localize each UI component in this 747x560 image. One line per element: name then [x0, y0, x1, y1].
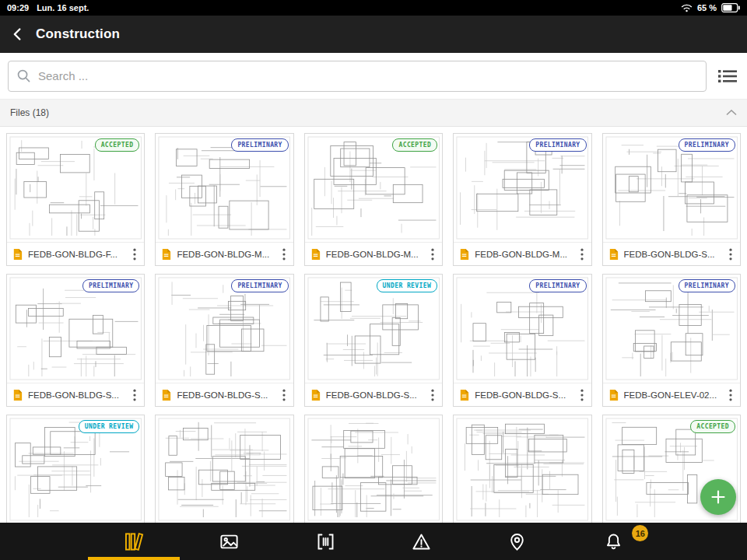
add-file-fab[interactable]	[700, 479, 736, 515]
back-button[interactable]	[0, 16, 36, 53]
file-card-footer: FEDB-GON-ELEV-02...	[603, 383, 740, 406]
file-card[interactable]: PRELIMINARY FEDB-GON-BLDG-S...	[453, 274, 591, 407]
clock: 09:29	[7, 3, 29, 12]
file-card-footer: FEDB-GON-BLDG-S...	[454, 383, 591, 406]
page-title: Construction	[36, 26, 120, 42]
kebab-menu-icon[interactable]	[130, 248, 139, 261]
file-card-footer: FEDB-GON-BLDG-M...	[454, 242, 591, 265]
file-thumbnail[interactable]: PRELIMINARY	[156, 134, 293, 242]
tab-locations[interactable]	[469, 523, 565, 560]
file-thumbnail[interactable]: PRELIMINARY	[156, 275, 293, 383]
chevron-left-icon	[8, 24, 28, 44]
file-name: FEDB-GON-BLDG-S...	[326, 390, 423, 400]
file-card-footer: FEDB-GON-BLDG-F...	[7, 242, 144, 265]
file-name: FEDB-GON-BLDG-S...	[28, 390, 125, 400]
bell-icon	[603, 531, 624, 552]
file-thumbnail[interactable]: PRELIMINARY	[7, 275, 144, 383]
plus-icon	[709, 488, 728, 506]
tab-plans[interactable]	[86, 523, 181, 560]
file-thumbnail[interactable]: PRELIMINARY	[454, 275, 591, 383]
status-badge: ACCEPTED	[690, 420, 735, 433]
date: Lun. 16 sept.	[37, 3, 89, 12]
status-badge: ACCEPTED	[95, 138, 140, 152]
document-file-icon	[310, 389, 321, 401]
status-badge: PRELIMINARY	[82, 279, 139, 292]
file-card[interactable]: PRELIMINARY FEDB-GON-BLDG-S...	[155, 274, 293, 407]
search-row	[0, 53, 747, 100]
kebab-menu-icon[interactable]	[279, 389, 289, 401]
file-name: FEDB-GON-BLDG-M...	[177, 250, 274, 259]
tab-photos[interactable]	[181, 523, 277, 560]
tab-issues[interactable]	[374, 523, 469, 560]
file-card[interactable]: UNDER REVIEW FEDB-GON-BLDG-S...	[304, 274, 443, 407]
file-thumbnail[interactable]	[156, 415, 293, 523]
document-file-icon	[310, 248, 321, 260]
file-card[interactable]: PRELIMINARY FEDB-GON-BLDG-M...	[155, 133, 293, 266]
file-thumbnail[interactable]: UNDER REVIEW	[305, 275, 442, 383]
file-thumbnail[interactable]: ACCEPTED	[7, 134, 144, 242]
document-file-icon	[12, 248, 23, 260]
file-card[interactable]: ACCEPTED FEDB-GON-BLDG-M...	[304, 133, 443, 266]
drawing-thumbnail	[454, 415, 591, 523]
search-box[interactable]	[8, 61, 707, 92]
status-badge: PRELIMINARY	[529, 138, 586, 152]
battery-icon	[721, 3, 740, 12]
warning-triangle-icon	[411, 531, 432, 552]
bottom-tab-bar: 16	[0, 523, 747, 560]
file-card-footer: FEDB-GON-BLDG-M...	[305, 242, 442, 265]
file-thumbnail[interactable]: PRELIMINARY	[603, 275, 740, 383]
kebab-menu-icon[interactable]	[428, 389, 437, 401]
search-input[interactable]	[38, 69, 698, 82]
kebab-menu-icon[interactable]	[577, 389, 587, 401]
file-thumbnail[interactable]: UNDER REVIEW	[7, 415, 144, 523]
file-card[interactable]: ACCEPTED FEDB-GON-BLDG-F...	[6, 133, 145, 266]
file-thumbnail[interactable]: ACCEPTED	[305, 134, 442, 242]
file-thumbnail[interactable]: PRELIMINARY	[603, 134, 740, 242]
file-name: FEDB-GON-BLDG-M...	[475, 250, 572, 259]
tab-barcode-scan[interactable]	[278, 523, 374, 560]
search-icon	[16, 68, 31, 83]
files-section-header[interactable]: Files (18)	[0, 100, 747, 127]
file-card[interactable]: PRELIMINARY FEDB-GON-BLDG-S...	[6, 274, 145, 407]
barcode-icon	[315, 531, 336, 552]
file-card[interactable]: PRELIMINARY FEDB-GON-BLDG-M...	[453, 133, 591, 266]
file-thumbnail[interactable]	[305, 415, 442, 523]
file-thumbnail[interactable]	[454, 415, 591, 523]
file-card-footer: FEDB-GON-BLDG-M...	[156, 242, 293, 265]
file-name: FEDB-GON-BLDG-S...	[475, 390, 572, 400]
file-name: FEDB-GON-ELEV-02...	[624, 390, 721, 400]
kebab-menu-icon[interactable]	[428, 248, 437, 261]
list-view-toggle-button[interactable]	[716, 65, 739, 88]
document-file-icon	[12, 389, 23, 401]
file-card-footer: FEDB-GON-BLDG-S...	[7, 383, 144, 406]
document-file-icon	[458, 389, 470, 401]
file-name: FEDB-GON-BLDG-M...	[326, 250, 423, 259]
tab-notifications[interactable]: 16	[566, 523, 661, 560]
document-file-icon	[458, 248, 470, 260]
file-thumbnail[interactable]: PRELIMINARY	[454, 134, 591, 242]
document-file-icon	[160, 248, 172, 260]
drawings-icon	[123, 531, 144, 552]
file-card-footer: FEDB-GON-BLDG-S...	[603, 242, 740, 265]
file-card-footer: FEDB-GON-BLDG-S...	[305, 383, 442, 406]
chevron-up-icon[interactable]	[726, 110, 737, 116]
file-name: FEDB-GON-BLDG-S...	[177, 390, 274, 400]
app-header: Construction	[0, 16, 747, 53]
status-badge: UNDER REVIEW	[377, 279, 438, 292]
battery-percent: 65 %	[697, 3, 717, 12]
status-badge: PRELIMINARY	[679, 138, 735, 152]
drawing-thumbnail	[305, 415, 442, 523]
kebab-menu-icon[interactable]	[726, 248, 735, 261]
file-card[interactable]: PRELIMINARY FEDB-GON-BLDG-S...	[602, 133, 741, 266]
status-badge: PRELIMINARY	[679, 279, 735, 292]
kebab-menu-icon[interactable]	[279, 248, 289, 261]
status-badge: UNDER REVIEW	[79, 420, 140, 433]
file-card[interactable]: PRELIMINARY FEDB-GON-ELEV-02...	[602, 274, 741, 407]
kebab-menu-icon[interactable]	[577, 248, 587, 261]
kebab-menu-icon[interactable]	[726, 389, 735, 401]
status-badge: ACCEPTED	[392, 138, 437, 152]
document-file-icon	[608, 248, 619, 260]
drawing-thumbnail	[156, 415, 293, 523]
files-section-title: Files (18)	[10, 107, 49, 118]
kebab-menu-icon[interactable]	[130, 389, 139, 401]
